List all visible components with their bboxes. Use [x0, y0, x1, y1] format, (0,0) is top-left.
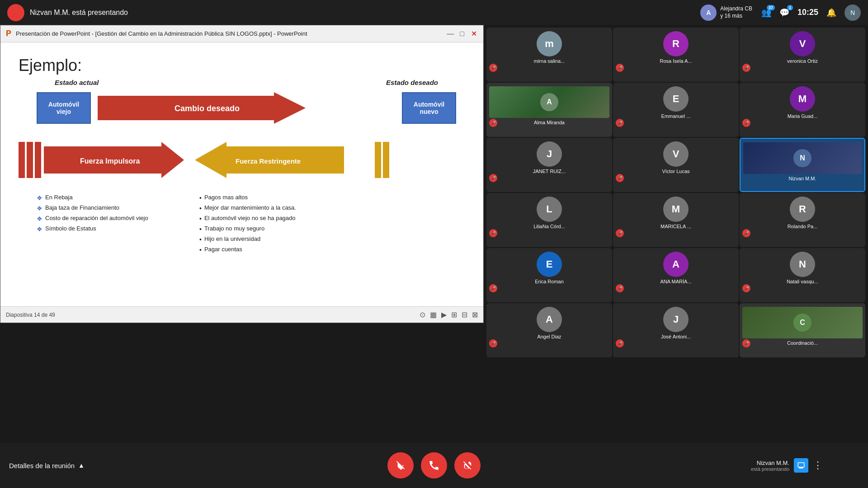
- imp-bullet-4: ❖ Símbolo de Estatus: [37, 225, 163, 233]
- presenter-avatar: [7, 4, 24, 21]
- meeting-details-label: Detalles de la reunión: [9, 462, 75, 469]
- participant-tile[interactable]: R Rolando Pa... 🎤: [740, 193, 865, 247]
- imp-bullet-text-1: En Rebaja: [45, 194, 73, 201]
- end-call-button[interactable]: [421, 452, 447, 479]
- restringente-bullets: • Pagos mas altos • Mejor dar mantenimie…: [199, 194, 353, 256]
- participant-tile[interactable]: A ANA MARÍA... 🎤: [613, 248, 739, 302]
- participant-name: Natali vasqu...: [742, 279, 863, 284]
- rest-bullet-text-3: El automóvil viejo no se ha pagado: [204, 215, 296, 221]
- participant-name: Coordinació...: [742, 340, 863, 346]
- mute-icon: 🎤: [742, 64, 750, 72]
- rest-bullet-text-5: Hijo en la universidad: [204, 235, 260, 242]
- rest-bullet-text-6: Pagar cuentas: [204, 246, 242, 253]
- chat-icon[interactable]: 💬 1: [779, 8, 789, 18]
- participant-name: José Antoni...: [616, 334, 736, 339]
- participant-tile[interactable]: N Natali vasqu... 🎤: [740, 248, 865, 302]
- meeting-details[interactable]: Detalles de la reunión ▲: [9, 462, 85, 469]
- diamond-icon-3: ❖: [37, 215, 42, 222]
- participant-tile[interactable]: M Maria Guad... 🎤: [740, 83, 865, 137]
- participant-tile-janet[interactable]: J JANET RUIZ... 🎤: [486, 138, 612, 192]
- participants-panel: m mirna salina... 🎤 R Rosa Isela A... 🎤 …: [484, 25, 868, 488]
- cambio-deseado-arrow: Cambio deseado: [98, 92, 306, 124]
- video-feed: A: [489, 86, 609, 118]
- camera-button[interactable]: [454, 452, 481, 479]
- mute-icon: 🎤: [742, 229, 750, 237]
- participants-grid: m mirna salina... 🎤 R Rosa Isela A... 🎤 …: [484, 25, 868, 360]
- avatar: L: [537, 197, 562, 222]
- mute-button[interactable]: [387, 452, 414, 479]
- participant-tile[interactable]: J José Antoni... 🎤: [613, 303, 739, 357]
- slide-title: Ejemplo:: [19, 56, 465, 75]
- participant-tile-alma[interactable]: A Alma Miranda 🎤: [486, 83, 612, 137]
- host-avatar: A: [700, 5, 717, 21]
- rest-bullet-5: • Hijo en la universidad: [199, 235, 353, 243]
- mute-icon: 🎤: [616, 284, 624, 292]
- participant-tile-coordinacio[interactable]: C Coordinació... 🎤: [740, 303, 865, 357]
- details-arrow-icon: ▲: [78, 462, 85, 469]
- slideshow-icon[interactable]: ▶: [441, 310, 447, 319]
- ppt-title: Presentación de PowerPoint - [Gestión de…: [16, 30, 442, 37]
- svg-text:Cambio deseado: Cambio deseado: [175, 104, 240, 113]
- participant-tile[interactable]: A Angel Diaz 🎤: [486, 303, 612, 357]
- user-avatar[interactable]: N: [844, 5, 861, 21]
- rest-bullet-1: • Pagos mas altos: [199, 194, 353, 202]
- notification-icon[interactable]: 🔔: [826, 8, 836, 18]
- participant-name: Alma Miranda: [489, 120, 609, 125]
- view-notes-icon[interactable]: ⊠: [472, 310, 478, 319]
- participant-tile[interactable]: M MARICELA ... 🎤: [613, 193, 739, 247]
- participant-name: Rosa Isela A...: [616, 58, 736, 64]
- bullet-dot-4: •: [199, 225, 202, 233]
- powerpoint-icon: P: [6, 29, 11, 38]
- fuerza-restringente-container: Fuerza Restringente: [195, 137, 389, 183]
- fuerza-impulsora-container: Fuerza Impulsora: [19, 137, 186, 183]
- mute-icon: 🎤: [489, 64, 497, 72]
- participant-tile[interactable]: E Emmanuel ... 🎤: [613, 83, 739, 137]
- imp-bullet-2: ❖ Baja taza de Financiamiento: [37, 204, 163, 212]
- slide-content: Ejemplo: Estado actual Estado deseado Au…: [0, 42, 483, 306]
- participant-name: Víctor Lucas: [616, 169, 736, 174]
- participant-tile[interactable]: L LiliaNa Córd... 🎤: [486, 193, 612, 247]
- estado-actual-label: Estado actual: [55, 79, 99, 86]
- mute-icon: 🎤: [489, 284, 497, 292]
- participants-icon[interactable]: 👥 37: [761, 8, 771, 18]
- participant-tile[interactable]: V veronica Ortiz 🎤: [740, 28, 865, 82]
- diamond-icon-4: ❖: [37, 225, 42, 233]
- avatar: J: [663, 307, 689, 332]
- participant-tile-erica[interactable]: E Erica Roman 🎤: [486, 248, 612, 302]
- maximize-button[interactable]: □: [458, 30, 466, 38]
- participant-tile[interactable]: R Rosa Isela A... 🎤: [613, 28, 739, 82]
- mute-icon: 🎤: [489, 119, 497, 127]
- video-feed: C: [742, 307, 863, 338]
- diamond-icon-2: ❖: [37, 205, 42, 212]
- participant-name: ANA MARÍA...: [616, 279, 736, 284]
- presenter-name-label: Nizvan M.M.: [757, 460, 789, 466]
- mute-icon: 🎤: [616, 64, 624, 72]
- view-grid-icon[interactable]: ⊟: [462, 310, 467, 319]
- bullet-dot-5: •: [199, 236, 202, 243]
- mute-icon: 🎤: [489, 229, 497, 237]
- mute-icon: 🎤: [616, 229, 624, 237]
- more-options-button[interactable]: ⋮: [813, 460, 823, 471]
- topbar: Nizvan M.M. está presentando A Alejandra…: [0, 0, 868, 25]
- rest-bullet-4: • Trabajo no muy seguro: [199, 225, 353, 233]
- participant-name: MARICELA ...: [616, 224, 736, 229]
- minimize-button[interactable]: —: [446, 30, 454, 38]
- participant-name: mirna salina...: [489, 58, 609, 64]
- participant-tile-nizvan[interactable]: N Nizvan M.M.: [740, 138, 865, 192]
- view-reading-icon[interactable]: ⊞: [451, 310, 457, 319]
- imp-bullet-3: ❖ Costo de reparación del automóvil viej…: [37, 215, 163, 222]
- rest-bullet-text-4: Trabajo no muy seguro: [204, 225, 264, 232]
- presenter-text: Nizvan M.M. está presentando: [30, 9, 700, 17]
- view-normal-icon[interactable]: ⊙: [420, 310, 425, 319]
- avatar: R: [663, 31, 689, 56]
- view-outline-icon[interactable]: ▦: [430, 310, 437, 319]
- screen-share-icon: [794, 458, 808, 473]
- imp-bullet-text-2: Baja taza de Financiamiento: [45, 204, 119, 211]
- participant-tile-victor[interactable]: V Víctor Lucas 🎤: [613, 138, 739, 192]
- host-info[interactable]: A Alejandra CBy 16 más: [700, 5, 752, 21]
- topbar-right: A Alejandra CBy 16 más 👥 37 💬 1 10:25 🔔 …: [700, 5, 861, 21]
- participant-tile[interactable]: m mirna salina... 🎤: [486, 28, 612, 82]
- close-button[interactable]: ✕: [470, 30, 478, 38]
- participant-name: Maria Guad...: [742, 113, 863, 119]
- avatar: N: [790, 252, 815, 277]
